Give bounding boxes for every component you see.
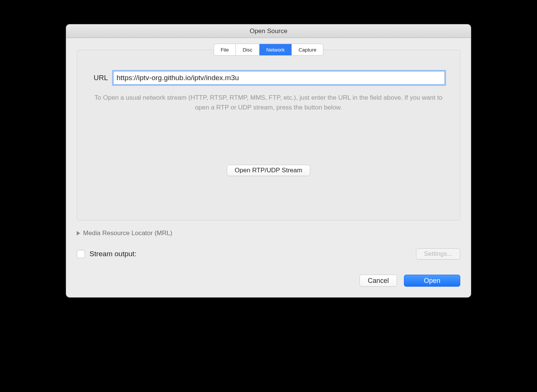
network-panel: URL To Open a usual network stream (HTTP… bbox=[77, 50, 460, 220]
window-title: Open Source bbox=[66, 24, 471, 38]
dialog-content: File Disc Network Capture URL To Open a … bbox=[66, 44, 471, 297]
open-button[interactable]: Open bbox=[404, 275, 460, 287]
tab-file[interactable]: File bbox=[214, 44, 236, 55]
url-input[interactable] bbox=[113, 71, 445, 85]
chevron-right-icon bbox=[77, 231, 80, 236]
stream-settings-button[interactable]: Settings... bbox=[416, 248, 460, 260]
stream-output-checkbox[interactable] bbox=[77, 250, 85, 258]
url-row: URL bbox=[92, 71, 445, 85]
mrl-disclosure[interactable]: Media Resource Locator (MRL) bbox=[77, 229, 460, 237]
open-source-dialog: Open Source File Disc Network Capture UR… bbox=[66, 24, 471, 298]
stream-output-label: Stream output: bbox=[90, 250, 416, 258]
url-label: URL bbox=[92, 74, 108, 82]
network-hint: To Open a usual network stream (HTTP, RT… bbox=[92, 93, 445, 112]
tab-capture[interactable]: Capture bbox=[292, 44, 323, 55]
mrl-label: Media Resource Locator (MRL) bbox=[83, 229, 172, 237]
cancel-button[interactable]: Cancel bbox=[360, 275, 397, 287]
tab-bar: File Disc Network Capture bbox=[77, 44, 460, 55]
rtp-row: Open RTP/UDP Stream bbox=[92, 165, 445, 176]
open-rtp-udp-button[interactable]: Open RTP/UDP Stream bbox=[227, 165, 310, 176]
url-field-wrap bbox=[113, 71, 445, 85]
dialog-footer: Cancel Open bbox=[77, 275, 460, 287]
tab-network[interactable]: Network bbox=[259, 44, 292, 55]
source-tabs: File Disc Network Capture bbox=[214, 44, 323, 55]
stream-output-row: Stream output: Settings... bbox=[77, 248, 460, 260]
tab-disc[interactable]: Disc bbox=[236, 44, 259, 55]
